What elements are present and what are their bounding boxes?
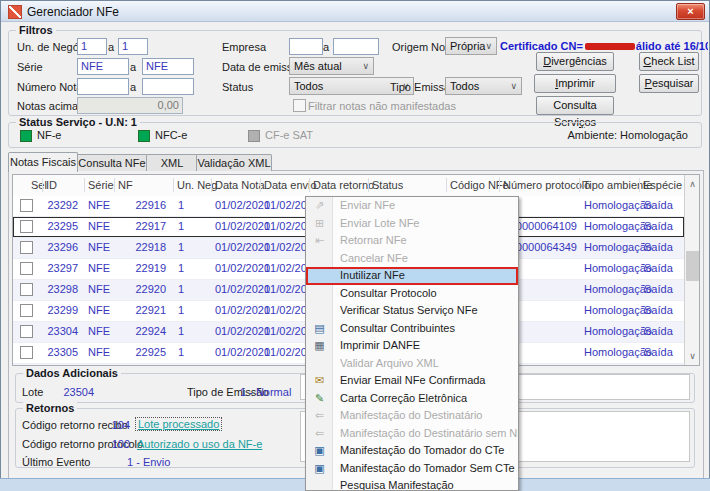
cell-especie: Saída [644, 304, 673, 316]
pesquisar-button[interactable]: Pesquisar [639, 74, 699, 93]
col-header-sel[interactable]: Sel [31, 179, 47, 191]
cell-id: 23298 [35, 283, 78, 295]
col-header-especie[interactable]: Espécie [643, 179, 682, 191]
data-emissao-select[interactable]: Mês atual ∨ [289, 57, 374, 75]
scrollbar-thumb[interactable] [686, 251, 699, 281]
col-header-nf[interactable]: NF [118, 179, 133, 191]
col-header-un-neg[interactable]: Un. Neg. [177, 179, 220, 191]
menu-item[interactable]: Consultar Protocolo [306, 285, 518, 303]
col-header-data-retorno[interactable]: Data retorno [313, 179, 374, 191]
row-select-checkbox[interactable] [20, 325, 33, 338]
menu-item-label: Enviar NFe [340, 199, 395, 211]
menu-item[interactable]: ⊞ Enviar Lote NFe [306, 215, 518, 233]
serie-to-input[interactable]: NFE [142, 58, 194, 75]
menu-item[interactable]: ✉ Enviar Email NFe Confirmada [306, 372, 518, 390]
imprimir-danfe-icon: ▦ [311, 337, 328, 355]
row-select-checkbox[interactable] [20, 346, 33, 359]
menu-item-label: Manifestação do Tomador Sem CTe [340, 462, 515, 474]
menu-item[interactable]: ✎ Carta Correção Eletrônica [306, 390, 518, 408]
col-header-tipo-ambiente[interactable]: Tipo ambiente [583, 179, 652, 191]
numero-nota-from-input[interactable] [77, 78, 129, 95]
menu-item[interactable]: ▦ Imprimir DANFE [306, 337, 518, 355]
menu-item[interactable]: Cancelar NFe [306, 250, 518, 268]
col-header-data-nota[interactable]: Data Nota [215, 179, 265, 191]
vertical-scrollbar[interactable]: ∧ ∨ [684, 175, 699, 365]
col-header-serie[interactable]: Série [88, 179, 114, 191]
tipo-emissao-value: Todos [450, 80, 479, 92]
close-button[interactable]: × [676, 3, 705, 20]
menu-item[interactable]: ▣ Manifestação do Tomador Sem CTe [306, 460, 518, 478]
titlebar[interactable]: Gerenciador NFe × [1, 1, 709, 22]
range-sep-label: a [108, 41, 114, 53]
cell-serie: NFE [88, 346, 110, 358]
cell-id: 23295 [35, 220, 78, 232]
row-select-checkbox[interactable] [20, 283, 33, 296]
filtrar-notas-checkbox[interactable] [293, 99, 306, 112]
lote-processado-link[interactable]: Lote processado [135, 417, 222, 431]
col-header-id[interactable]: ID [46, 179, 57, 191]
row-select-checkbox[interactable] [20, 304, 33, 317]
menu-item[interactable]: Pesquisa Manifestação [306, 477, 518, 491]
tab-label: Consulta NFe [78, 157, 145, 169]
window-title: Gerenciador NFe [27, 5, 119, 19]
empresa-from-input[interactable] [289, 38, 323, 55]
menu-item[interactable]: ⇤ Retornar NFe [306, 232, 518, 250]
cell-nf: 22919 [116, 262, 166, 274]
menu-item[interactable]: ⇐ Manifestação do Destinatário [306, 407, 518, 425]
filtros-legend: Filtros [16, 24, 56, 36]
origem-nota-select[interactable]: Própria ∨ [445, 37, 497, 55]
enviar-nfe-icon: ⇗ [311, 197, 328, 215]
serie-from-input[interactable]: NFE [77, 58, 129, 75]
menu-item[interactable]: Verificar Status Serviço NFe [306, 302, 518, 320]
col-header-status[interactable]: Status [372, 179, 403, 191]
manifestacao-tomador-cte-icon: ▣ [311, 442, 328, 460]
menu-item[interactable]: ▤ Consultar Contribuintes [306, 320, 518, 338]
filtrar-notas-label: Filtrar notas não manifestadas [308, 100, 456, 112]
check-list-button[interactable]: Check List [639, 52, 699, 71]
status-servico-legend: Status Serviço - U.N: 1 [16, 116, 140, 128]
menu-item[interactable]: Validar Arquivo XML [306, 355, 518, 373]
cell-serie: NFE [88, 241, 110, 253]
tipo-emissao-select[interactable]: Todos ∨ [445, 77, 522, 95]
cell-data-nota: 01/02/2021 [215, 304, 270, 316]
tab[interactable]: Notas Fiscais [8, 152, 78, 172]
un-negocio-from-input[interactable]: 1 [77, 38, 107, 55]
numero-nota-to-input[interactable] [142, 78, 194, 95]
tab[interactable]: XML [146, 154, 198, 171]
divergencias-button[interactable]: Divergências [536, 52, 614, 71]
col-header-numero-protocolo[interactable]: Número protocolo [503, 179, 590, 191]
menu-item[interactable]: Inutilizar NFe [306, 267, 518, 285]
menu-item[interactable]: ⇐ Manifestação do Destinatário sem NF [306, 425, 518, 443]
cell-serie: NFE [88, 304, 110, 316]
menu-item-label: Consultar Contribuintes [340, 322, 455, 334]
autorizado-uso-nfe-link[interactable]: Autorizado o uso da NF-e [137, 438, 262, 450]
imprimir-estatistica-button[interactable]: Imprimir Estatística [534, 74, 616, 93]
cell-especie: Saída [644, 325, 673, 337]
scroll-down-icon[interactable]: ∨ [686, 348, 699, 364]
menu-item[interactable]: ⇗ Enviar NFe [306, 197, 518, 215]
row-select-checkbox[interactable] [20, 199, 33, 212]
scroll-up-icon[interactable]: ∧ [686, 176, 699, 192]
menu-item-label: Cancelar NFe [340, 252, 408, 264]
row-select-checkbox[interactable] [20, 220, 33, 233]
cell-especie: Saída [644, 283, 673, 295]
data-emissao-value: Mês atual [294, 60, 342, 72]
un-negocio-to-input[interactable]: 1 [118, 38, 148, 55]
menu-item-label: Manifestação do Destinatário [340, 409, 482, 421]
row-select-checkbox[interactable] [20, 241, 33, 254]
menu-item[interactable]: ▣ Manifestação do Tomador do CTe [306, 442, 518, 460]
empresa-label: Empresa [222, 41, 266, 53]
cell-serie: NFE [88, 283, 110, 295]
manifestacao-tomador-sem-cte-icon: ▣ [311, 460, 328, 478]
empresa-to-input[interactable] [333, 38, 379, 55]
tab-label: XML [161, 157, 184, 169]
row-select-checkbox[interactable] [20, 262, 33, 275]
tab[interactable]: Consulta NFe [76, 154, 148, 171]
manifestacao-destinatario-sem-nf-icon: ⇐ [311, 425, 328, 443]
origem-nota-value: Própria [450, 40, 485, 52]
cell-tipo-ambiente: Homologação [584, 325, 652, 337]
tab-label: Validação XML [197, 157, 270, 169]
tab[interactable]: Validação XML [196, 154, 272, 171]
cell-data-nota: 01/02/2021 [215, 220, 270, 232]
consulta-servicos-button[interactable]: Consulta Serviços [536, 96, 614, 115]
